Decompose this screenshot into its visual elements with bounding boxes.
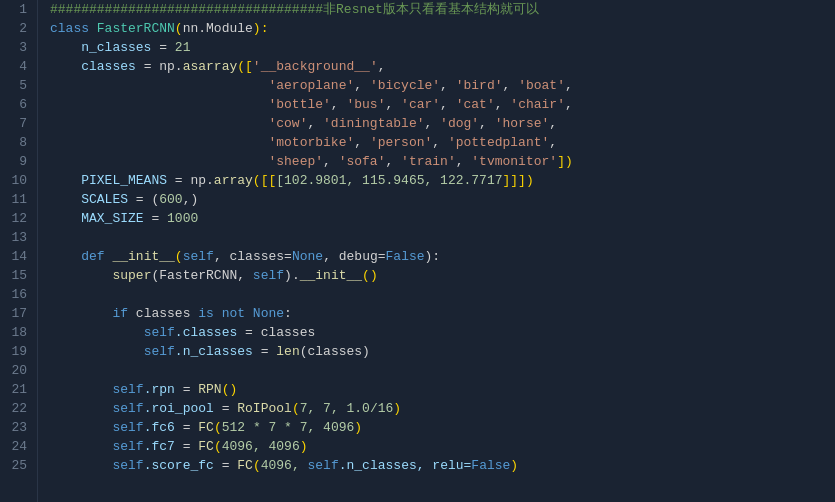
code-line-19: self.n_classes = len(classes) bbox=[50, 342, 835, 361]
line-number-10: 10 bbox=[10, 171, 27, 190]
code-line-6: 'bottle', 'bus', 'car', 'cat', 'chair', bbox=[50, 95, 835, 114]
line-number-6: 6 bbox=[10, 95, 27, 114]
line-number-21: 21 bbox=[10, 380, 27, 399]
line-number-17: 17 bbox=[10, 304, 27, 323]
code-line-9: 'sheep', 'sofa', 'train', 'tvmonitor']) bbox=[50, 152, 835, 171]
line-number-16: 16 bbox=[10, 285, 27, 304]
code-line-18: self.classes = classes bbox=[50, 323, 835, 342]
code-line-13 bbox=[50, 228, 835, 247]
line-number-18: 18 bbox=[10, 323, 27, 342]
code-line-14: def __init__(self, classes=None, debug=F… bbox=[50, 247, 835, 266]
line-number-13: 13 bbox=[10, 228, 27, 247]
code-line-22: self.roi_pool = RoIPool(7, 7, 1.0/16) bbox=[50, 399, 835, 418]
line-number-23: 23 bbox=[10, 418, 27, 437]
code-editor: 1234567891011121314151617181920212223242… bbox=[0, 0, 835, 502]
code-line-4: classes = np.asarray(['__background__', bbox=[50, 57, 835, 76]
code-line-3: n_classes = 21 bbox=[50, 38, 835, 57]
code-line-2: class FasterRCNN(nn.Module): bbox=[50, 19, 835, 38]
line-number-1: 1 bbox=[10, 0, 27, 19]
line-number-2: 2 bbox=[10, 19, 27, 38]
line-number-22: 22 bbox=[10, 399, 27, 418]
line-number-4: 4 bbox=[10, 57, 27, 76]
code-line-11: SCALES = (600,) bbox=[50, 190, 835, 209]
code-line-20 bbox=[50, 361, 835, 380]
line-number-9: 9 bbox=[10, 152, 27, 171]
code-line-17: if classes is not None: bbox=[50, 304, 835, 323]
line-number-12: 12 bbox=[10, 209, 27, 228]
code-line-24: self.fc7 = FC(4096, 4096) bbox=[50, 437, 835, 456]
code-line-8: 'motorbike', 'person', 'pottedplant', bbox=[50, 133, 835, 152]
code-content: ###################################非Resn… bbox=[38, 0, 835, 502]
line-numbers: 1234567891011121314151617181920212223242… bbox=[0, 0, 38, 502]
line-number-11: 11 bbox=[10, 190, 27, 209]
line-number-24: 24 bbox=[10, 437, 27, 456]
code-line-12: MAX_SIZE = 1000 bbox=[50, 209, 835, 228]
code-line-21: self.rpn = RPN() bbox=[50, 380, 835, 399]
code-line-15: super(FasterRCNN, self).__init__() bbox=[50, 266, 835, 285]
line-number-20: 20 bbox=[10, 361, 27, 380]
code-line-23: self.fc6 = FC(512 * 7 * 7, 4096) bbox=[50, 418, 835, 437]
code-line-5: 'aeroplane', 'bicycle', 'bird', 'boat', bbox=[50, 76, 835, 95]
line-number-25: 25 bbox=[10, 456, 27, 475]
line-number-14: 14 bbox=[10, 247, 27, 266]
code-line-25: self.score_fc = FC(4096, self.n_classes,… bbox=[50, 456, 835, 475]
code-line-7: 'cow', 'diningtable', 'dog', 'horse', bbox=[50, 114, 835, 133]
code-line-16 bbox=[50, 285, 835, 304]
line-number-3: 3 bbox=[10, 38, 27, 57]
code-line-1: ###################################非Resn… bbox=[50, 0, 835, 19]
line-number-7: 7 bbox=[10, 114, 27, 133]
line-number-19: 19 bbox=[10, 342, 27, 361]
line-number-5: 5 bbox=[10, 76, 27, 95]
line-number-15: 15 bbox=[10, 266, 27, 285]
code-line-10: PIXEL_MEANS = np.array([[[102.9801, 115.… bbox=[50, 171, 835, 190]
line-number-8: 8 bbox=[10, 133, 27, 152]
